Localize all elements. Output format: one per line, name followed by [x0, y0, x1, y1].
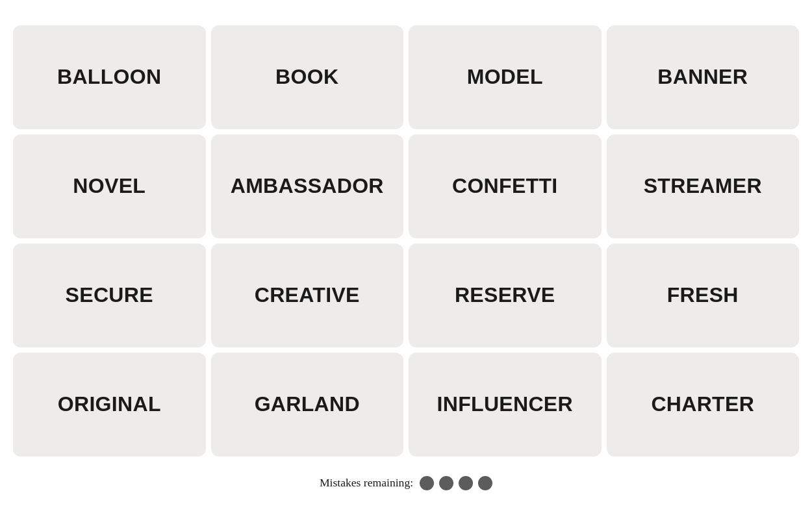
mistake-dot-1: [420, 476, 434, 490]
cell-influencer[interactable]: INFLUENCER: [409, 353, 602, 457]
cell-secure[interactable]: SECURE: [13, 244, 206, 347]
cell-balloon[interactable]: BALLOON: [13, 25, 206, 129]
cell-label-confetti: CONFETTI: [446, 174, 565, 198]
cell-label-fresh: FRESH: [661, 283, 745, 307]
cell-label-charter: CHARTER: [644, 392, 761, 416]
cell-label-book: BOOK: [269, 65, 345, 89]
footer: Mistakes remaining:: [320, 476, 492, 503]
word-grid: BALLOONBOOKMODELBANNERNOVELAMBASSADORCON…: [0, 12, 812, 470]
cell-fresh[interactable]: FRESH: [607, 244, 800, 347]
cell-label-banner: BANNER: [651, 65, 754, 89]
cell-label-creative: CREATIVE: [248, 283, 366, 307]
mistakes-label: Mistakes remaining:: [320, 476, 413, 490]
cell-label-ambassador: AMBASSADOR: [224, 174, 390, 198]
cell-model[interactable]: MODEL: [409, 25, 602, 129]
cell-label-original: ORIGINAL: [51, 392, 168, 416]
cell-garland[interactable]: GARLAND: [211, 353, 404, 457]
cell-label-novel: NOVEL: [66, 174, 152, 198]
cell-reserve[interactable]: RESERVE: [409, 244, 602, 347]
cell-original[interactable]: ORIGINAL: [13, 353, 206, 457]
mistake-dot-3: [459, 476, 473, 490]
cell-charter[interactable]: CHARTER: [607, 353, 800, 457]
cell-label-streamer: STREAMER: [637, 174, 768, 198]
mistake-dot-2: [439, 476, 453, 490]
mistakes-dots: [420, 476, 492, 490]
cell-label-reserve: RESERVE: [448, 283, 562, 307]
cell-label-secure: SECURE: [59, 283, 160, 307]
cell-banner[interactable]: BANNER: [607, 25, 800, 129]
cell-label-balloon: BALLOON: [51, 65, 168, 89]
cell-label-model: MODEL: [461, 65, 550, 89]
mistake-dot-4: [478, 476, 492, 490]
cell-label-influencer: INFLUENCER: [431, 392, 579, 416]
cell-novel[interactable]: NOVEL: [13, 134, 206, 238]
cell-creative[interactable]: CREATIVE: [211, 244, 404, 347]
cell-confetti[interactable]: CONFETTI: [409, 134, 602, 238]
cell-ambassador[interactable]: AMBASSADOR: [211, 134, 404, 238]
cell-streamer[interactable]: STREAMER: [607, 134, 800, 238]
cell-label-garland: GARLAND: [248, 392, 366, 416]
cell-book[interactable]: BOOK: [211, 25, 404, 129]
